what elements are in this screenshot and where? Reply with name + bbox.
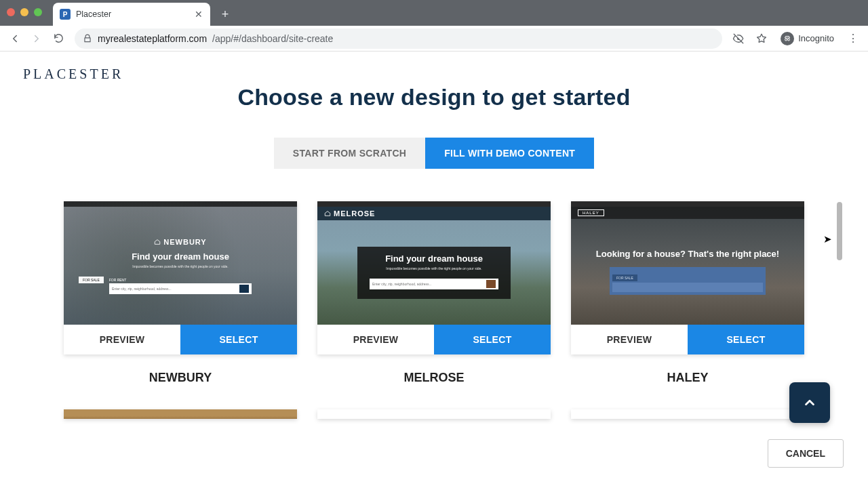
incognito-badge: Incognito <box>775 29 840 48</box>
browser-toolbar: myrealestateplatform.com/app/#/dashboard… <box>0 26 868 52</box>
tab-close-icon[interactable]: ✕ <box>194 9 203 19</box>
thumb-headline: Find your dream house <box>132 251 229 262</box>
window-minimize-icon[interactable] <box>20 8 28 16</box>
thumb-headline: Find your dream house <box>385 253 483 264</box>
svg-point-0 <box>785 39 787 41</box>
template-thumbnail: MELROSE Find your dream house Impossible… <box>317 201 551 325</box>
thumb-logo: MELROSE <box>324 209 375 218</box>
content-mode-toggle: START FROM SCRATCH FILL WITH DEMO CONTEN… <box>0 138 868 169</box>
brand-logo: PLACESTER <box>23 66 123 82</box>
thumb-search: Enter city, zip, neighborhood, address..… <box>370 279 498 289</box>
thumb-search: Enter city, zip, neighborhood, address..… <box>109 283 252 294</box>
incognito-icon <box>781 32 794 45</box>
template-card-melrose: MELROSE Find your dream house Impossible… <box>317 201 551 385</box>
url-host: myrealestateplatform.com <box>98 33 207 44</box>
template-card-newbury: NEWBURY Find your dream house Impossible… <box>64 201 297 385</box>
thumb-headline: Looking for a house? That's the right pl… <box>596 249 779 259</box>
fill-with-demo-content-button[interactable]: FILL WITH DEMO CONTENT <box>425 138 594 169</box>
template-card-haley: HALEY Looking for a house? That's the ri… <box>571 201 804 385</box>
template-name: HALEY <box>571 371 804 385</box>
browser-tab[interactable]: P Placester ✕ <box>53 3 210 26</box>
address-bar[interactable]: myrealestateplatform.com/app/#/dashboard… <box>75 28 722 49</box>
select-button[interactable]: SELECT <box>180 325 297 354</box>
template-thumbnail: NEWBURY Find your dream house Impossible… <box>64 201 297 325</box>
forward-button[interactable] <box>27 29 46 48</box>
url-path: /app/#/dashboard/site-create <box>212 33 333 44</box>
preview-button[interactable]: PREVIEW <box>317 325 434 354</box>
window-zoom-icon[interactable] <box>34 8 42 16</box>
thumb-subheadline: Impossible becomes possible with the rig… <box>132 264 228 268</box>
thumb-logo: HALEY <box>578 209 604 216</box>
template-name: MELROSE <box>317 371 551 385</box>
select-button[interactable]: SELECT <box>688 325 804 354</box>
window-close-icon[interactable] <box>7 8 15 16</box>
lock-icon <box>83 34 92 43</box>
browser-menu-button[interactable]: ⋮ <box>844 29 863 48</box>
bookmark-star-icon[interactable] <box>752 29 771 48</box>
cancel-button[interactable]: CANCEL <box>768 439 844 468</box>
window-controls <box>7 8 42 16</box>
scrollbar-thumb[interactable] <box>837 202 842 260</box>
scroll-to-top-button[interactable] <box>789 382 830 423</box>
browser-tabbar: P Placester ✕ + <box>0 0 868 26</box>
page-content: PLACESTER Choose a new design to get sta… <box>0 52 868 488</box>
start-from-scratch-button[interactable]: START FROM SCRATCH <box>274 138 425 169</box>
preview-button[interactable]: PREVIEW <box>64 325 180 354</box>
tab-favicon-icon: P <box>60 9 71 20</box>
template-grid: NEWBURY Find your dream house Impossible… <box>0 201 868 385</box>
tab-title: Placester <box>76 9 189 19</box>
eye-off-icon[interactable] <box>729 29 748 48</box>
new-tab-button[interactable]: + <box>216 5 235 24</box>
template-name: NEWBURY <box>64 371 297 385</box>
reload-button[interactable] <box>49 29 68 48</box>
select-button[interactable]: SELECT <box>434 325 551 354</box>
template-thumbnail: HALEY Looking for a house? That's the ri… <box>571 201 804 325</box>
svg-point-1 <box>788 39 790 41</box>
thumb-logo: NEWBURY <box>154 238 206 246</box>
thumb-subheadline: Impossible becomes possible with the rig… <box>386 266 481 270</box>
back-button[interactable] <box>5 29 24 48</box>
thumb-search: FOR SALE <box>610 267 766 295</box>
incognito-label: Incognito <box>798 33 834 43</box>
template-card-peek[interactable] <box>317 409 551 419</box>
template-grid-row-2 <box>0 409 868 419</box>
preview-button[interactable]: PREVIEW <box>571 325 688 354</box>
template-card-peek[interactable] <box>64 409 297 419</box>
template-card-peek[interactable] <box>571 409 804 419</box>
page-title: Choose a new design to get started <box>0 84 868 110</box>
